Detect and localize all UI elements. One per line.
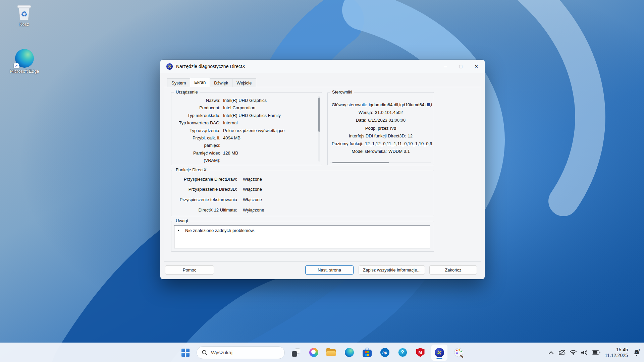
volume-icon	[581, 350, 588, 356]
tab-system[interactable]: System	[167, 78, 190, 87]
tray-clock[interactable]: 15:45 11.12.2025	[604, 347, 629, 358]
folder-icon	[326, 348, 336, 357]
feature-row: Przyspieszenie teksturowania Włączone	[171, 194, 434, 205]
notes-textbox[interactable]: • Nie znaleziono żadnych problemów.	[174, 225, 430, 248]
bell-dnd-icon: z z	[633, 349, 640, 357]
dxdiag-window: ✕ Narzędzie diagnostyczne DirectX – ▢ ✕ …	[160, 60, 485, 279]
directx-icon: ✕	[166, 63, 173, 70]
volume-tray-button[interactable]	[580, 348, 588, 358]
device-groupbox: Urządzenie Nazwa: Intel(R) UHD Graphics …	[171, 92, 322, 165]
exit-button[interactable]: Zakończ	[429, 265, 477, 275]
directx-features-groupbox: Funkcje DirectX Przyspieszanie DirectDra…	[171, 170, 434, 216]
device-row: Typ mikroukładu: Intel(R) UHD Graphics F…	[175, 112, 314, 119]
hp-icon: hp	[380, 348, 389, 357]
device-rows: Nazwa: Intel(R) UHD Graphics Producent: …	[171, 93, 322, 165]
onedrive-tray-button[interactable]	[558, 348, 566, 358]
maximize-button[interactable]: ▢	[453, 60, 469, 73]
paint-palette-icon	[454, 348, 463, 357]
edge-button[interactable]	[342, 345, 356, 360]
tab-ekran[interactable]: Ekran	[190, 77, 210, 87]
desktop-icon-edge[interactable]: ↗ Microsoft Edge	[8, 49, 41, 74]
notes-list: • Nie znaleziono żadnych problemów.	[174, 226, 430, 233]
microsoft-store-button[interactable]	[360, 345, 374, 360]
help-button[interactable]: Pomoc	[165, 265, 214, 275]
driver-row: Wersja: 31.0.101.4502	[330, 109, 432, 116]
driver-row: Podp. przez n/d	[330, 124, 432, 132]
next-page-button[interactable]: Nast. strona	[305, 265, 354, 275]
tray-date: 11.12.2025	[605, 353, 628, 358]
start-button[interactable]	[179, 345, 192, 360]
tab-strip: System Ekran Dźwięk Wejście	[167, 78, 256, 87]
mcafee-button[interactable]: M	[414, 345, 427, 360]
wifi-icon	[570, 350, 577, 355]
notes-groupbox: Uwagi • Nie znaleziono żadnych problemów…	[171, 221, 434, 252]
tab-dzwiek[interactable]: Dźwięk	[210, 78, 232, 87]
search-input[interactable]	[211, 350, 268, 355]
save-all-info-button[interactable]: Zapisz wszystkie informacje...	[359, 265, 425, 275]
windows-logo-icon	[181, 348, 190, 357]
question-mark-icon: ?	[398, 348, 407, 357]
device-row: Producent: Intel Corporation	[175, 104, 314, 112]
recycle-bin-icon: ♻	[16, 3, 32, 21]
scrollbar-thumb[interactable]	[332, 162, 389, 163]
note-item: • Nie znaleziono żadnych problemów.	[174, 226, 430, 233]
notes-group-title: Uwagi	[174, 218, 190, 223]
store-icon	[363, 348, 372, 357]
svg-text:♻: ♻	[21, 10, 28, 18]
get-help-button[interactable]: ?	[396, 345, 409, 360]
battery-icon	[592, 350, 600, 355]
driver-row: Poziomy funkcji: 12_1,12_0,11_1,11_0,10_…	[330, 140, 432, 147]
features-rows: Przyspieszanie DirectDraw: Włączone Przy…	[171, 170, 434, 216]
scrollbar-thumb[interactable]	[318, 98, 320, 132]
notification-center-button[interactable]: z z	[632, 348, 641, 358]
svg-text:z: z	[639, 349, 640, 351]
battery-tray-button[interactable]	[591, 348, 601, 358]
device-row: Pamięć współużytkowana: 3966 MB	[175, 165, 314, 165]
task-view-icon	[291, 348, 301, 357]
copilot-button[interactable]	[307, 345, 320, 360]
driver-row: Główny sterownik: igdumdim64.dll,igd10iu…	[330, 101, 432, 109]
svg-text:z: z	[636, 351, 637, 354]
drivers-rows: Główny sterownik: igdumdim64.dll,igd10iu…	[328, 93, 434, 165]
feature-row: DirectX 12 Ultimate: Wyłączone	[171, 205, 434, 215]
tray-time: 15:45	[605, 347, 628, 353]
device-vertical-scrollbar[interactable]	[318, 96, 320, 162]
copilot-icon	[309, 348, 318, 357]
wifi-tray-button[interactable]	[569, 348, 577, 358]
window-title: Narzędzie diagnostyczne DirectX	[176, 64, 245, 69]
chevron-up-icon	[549, 351, 553, 354]
directx-taskbar-button[interactable]: ✕	[431, 345, 447, 360]
taskbar: hp ? M ✕	[0, 343, 644, 362]
feature-row: Przyspieszenie Direct3D: Włączone	[171, 184, 434, 195]
driver-row: Model sterownika: WDDM 3.1	[330, 147, 432, 155]
minimize-button[interactable]: –	[438, 60, 453, 73]
feature-row: Przyspieszanie DirectDraw: Włączone	[171, 174, 434, 184]
desktop: ♻ Kosz ↗ Microsoft Edge ✕ Narzędzie diag…	[0, 0, 644, 362]
close-button[interactable]: ✕	[469, 60, 484, 73]
device-row: Przybl. całk. il. pamięci: 4094 MB	[175, 134, 314, 149]
drivers-groupbox: Sterowniki Główny sterownik: igdumdim64.…	[327, 92, 434, 165]
task-view-button[interactable]	[289, 345, 303, 360]
bullet: •	[178, 228, 185, 233]
active-app-indicator	[436, 358, 442, 359]
hp-button[interactable]: hp	[378, 345, 391, 360]
drivers-horizontal-scrollbar[interactable]	[330, 162, 431, 163]
device-row: Typ konwertera DAC: Internal	[175, 119, 314, 127]
driver-row: Interfejs DDI funkcji Direct3D: 12	[330, 132, 432, 140]
device-row: Pamięć wideo (VRAM): 128 MB	[175, 149, 314, 165]
taskbar-search[interactable]	[197, 346, 285, 359]
device-row: Typ urządzenia: Pełne urządzenie wyświet…	[175, 127, 314, 134]
paint-button[interactable]	[452, 345, 465, 360]
file-explorer-button[interactable]	[325, 345, 338, 360]
tab-wejscie[interactable]: Wejście	[232, 78, 256, 87]
titlebar[interactable]: ✕ Narzędzie diagnostyczne DirectX – ▢ ✕	[160, 60, 485, 73]
onedrive-offline-icon	[558, 350, 566, 356]
search-icon	[202, 350, 208, 356]
edge-icon: ↗	[15, 49, 34, 68]
tray-chevron-button[interactable]	[547, 348, 555, 358]
shortcut-arrow-icon: ↗	[14, 63, 19, 68]
driver-row: Data: 6/15/2023 01:00:00	[330, 116, 432, 124]
desktop-icon-label: Kosz	[19, 22, 29, 27]
desktop-icon-label: Microsoft Edge	[10, 69, 39, 74]
desktop-icon-recycle-bin[interactable]: ♻ Kosz	[7, 3, 41, 27]
